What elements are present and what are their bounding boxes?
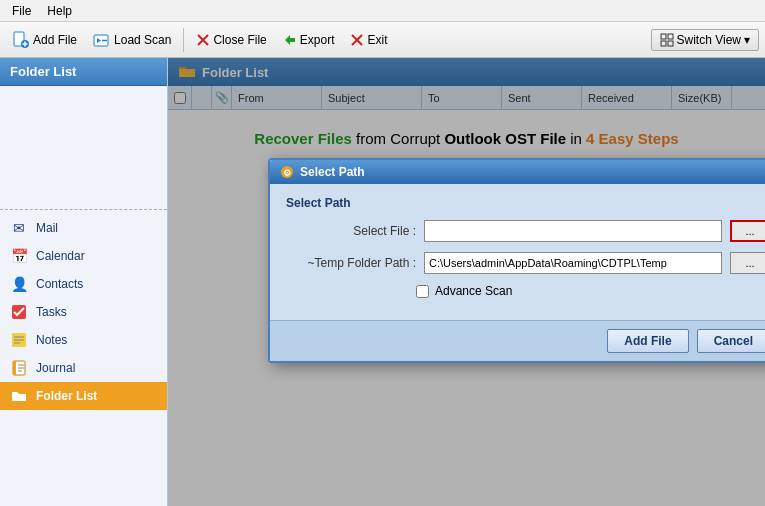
sidebar: Folder List ✉ Mail 📅 Calendar 👤 Contacts [0, 58, 168, 506]
calendar-icon: 📅 [10, 247, 28, 265]
svg-rect-13 [661, 34, 666, 39]
temp-folder-row: ~Temp Folder Path : ... [286, 252, 765, 274]
cancel-modal-button[interactable]: Cancel [697, 329, 765, 353]
sidebar-spacer [0, 90, 167, 210]
content-area: Folder List 📎 From Subject To Sent Recei… [168, 58, 765, 506]
sidebar-item-notes-label: Notes [36, 333, 67, 347]
select-file-row: Select File : ... [286, 220, 765, 242]
sidebar-item-journal-label: Journal [36, 361, 75, 375]
select-file-input[interactable] [424, 220, 722, 242]
select-path-modal: ⚙ Select Path Select Path Select File : … [268, 158, 765, 363]
svg-marker-10 [285, 35, 295, 45]
svg-text:⚙: ⚙ [283, 168, 291, 178]
sidebar-item-folder-list-label: Folder List [36, 389, 97, 403]
sidebar-item-journal[interactable]: Journal [0, 354, 167, 382]
svg-rect-14 [668, 34, 673, 39]
close-file-icon [196, 33, 210, 47]
close-file-button[interactable]: Close File [190, 31, 272, 49]
tasks-icon [10, 303, 28, 321]
export-button[interactable]: Export [277, 31, 341, 49]
exit-icon [350, 33, 364, 47]
menu-file[interactable]: File [4, 2, 39, 20]
modal-section-title: Select Path [286, 196, 765, 210]
sidebar-title: Folder List [0, 58, 167, 86]
sidebar-item-contacts[interactable]: 👤 Contacts [0, 270, 167, 298]
menu-help[interactable]: Help [39, 2, 80, 20]
exit-label: Exit [367, 33, 387, 47]
sidebar-item-mail[interactable]: ✉ Mail [0, 214, 167, 242]
modal-overlay: ⚙ Select Path Select Path Select File : … [168, 58, 765, 506]
sidebar-item-contacts-label: Contacts [36, 277, 83, 291]
toolbar: Add File Load Scan Close File Export Exi… [0, 22, 765, 58]
load-scan-icon [93, 31, 111, 49]
svg-rect-23 [13, 361, 16, 375]
select-file-label: Select File : [286, 224, 416, 238]
temp-folder-label: ~Temp Folder Path : [286, 256, 416, 270]
temp-folder-input[interactable] [424, 252, 722, 274]
add-file-modal-button[interactable]: Add File [607, 329, 688, 353]
sidebar-item-notes[interactable]: Notes [0, 326, 167, 354]
sidebar-item-folder-list[interactable]: Folder List [0, 382, 167, 410]
export-label: Export [300, 33, 335, 47]
modal-icon: ⚙ [280, 165, 294, 179]
advance-scan-row: Advance Scan [416, 284, 765, 298]
load-scan-label: Load Scan [114, 33, 171, 47]
advance-scan-label: Advance Scan [435, 284, 512, 298]
export-icon [283, 33, 297, 47]
add-file-label: Add File [33, 33, 77, 47]
exit-button[interactable]: Exit [344, 31, 393, 49]
main-layout: Folder List ✉ Mail 📅 Calendar 👤 Contacts [0, 58, 765, 506]
journal-icon [10, 359, 28, 377]
contacts-icon: 👤 [10, 275, 28, 293]
switch-view-icon [660, 33, 674, 47]
separator-1 [183, 28, 184, 52]
mail-icon: ✉ [10, 219, 28, 237]
modal-title-bar: ⚙ Select Path [270, 160, 765, 184]
sidebar-items: ✉ Mail 📅 Calendar 👤 Contacts Tasks [0, 86, 167, 506]
sidebar-item-calendar[interactable]: 📅 Calendar [0, 242, 167, 270]
add-file-icon [12, 31, 30, 49]
sidebar-item-calendar-label: Calendar [36, 249, 85, 263]
close-file-label: Close File [213, 33, 266, 47]
advance-scan-checkbox[interactable] [416, 285, 429, 298]
load-scan-button[interactable]: Load Scan [87, 29, 177, 51]
temp-folder-browse-button[interactable]: ... [730, 252, 765, 274]
select-file-browse-button[interactable]: ... [730, 220, 765, 242]
svg-rect-15 [661, 41, 666, 46]
switch-view-button[interactable]: Switch View ▾ [651, 29, 759, 51]
menu-bar: File Help [0, 0, 765, 22]
modal-title: Select Path [300, 165, 365, 179]
switch-view-chevron: ▾ [744, 33, 750, 47]
modal-body: Select Path Select File : ... ~Temp Fold… [270, 184, 765, 320]
sidebar-item-mail-label: Mail [36, 221, 58, 235]
svg-rect-16 [668, 41, 673, 46]
add-file-button[interactable]: Add File [6, 29, 83, 51]
sidebar-item-tasks[interactable]: Tasks [0, 298, 167, 326]
switch-view-label: Switch View [677, 33, 741, 47]
modal-footer: Add File Cancel [270, 320, 765, 361]
sidebar-item-tasks-label: Tasks [36, 305, 67, 319]
notes-icon [10, 331, 28, 349]
folder-list-icon [10, 387, 28, 405]
